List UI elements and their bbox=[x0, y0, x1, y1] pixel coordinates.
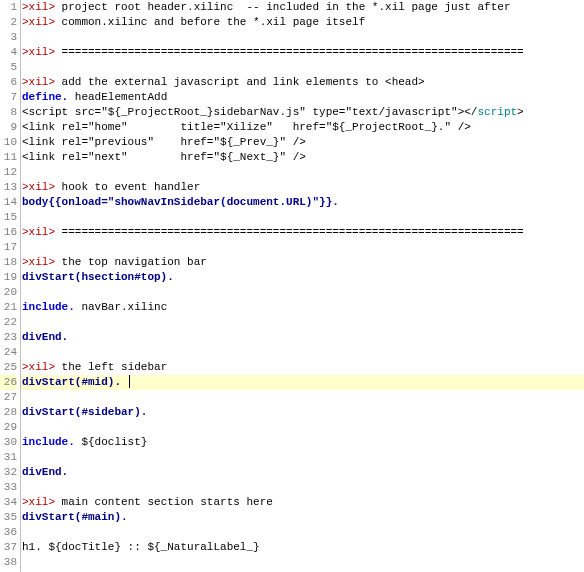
code-token: divStart(#main). bbox=[22, 511, 128, 523]
line-number: 4 bbox=[0, 45, 17, 60]
line-number: 26 bbox=[0, 375, 17, 390]
code-line[interactable] bbox=[21, 390, 584, 405]
code-line[interactable] bbox=[21, 240, 584, 255]
code-token: > bbox=[517, 106, 524, 118]
line-number-gutter: 1234567891011121314151617181920212223242… bbox=[0, 0, 21, 572]
code-line[interactable]: divStart(hsection#top). bbox=[21, 270, 584, 285]
code-line[interactable] bbox=[21, 450, 584, 465]
code-token: divStart(#mid). bbox=[22, 376, 121, 388]
code-token: include. bbox=[22, 436, 75, 448]
line-number: 10 bbox=[0, 135, 17, 150]
code-line[interactable]: >xil> add the external javascript and li… bbox=[21, 75, 584, 90]
code-line[interactable] bbox=[21, 555, 584, 570]
code-token bbox=[121, 376, 128, 388]
code-line[interactable] bbox=[21, 60, 584, 75]
line-number: 2 bbox=[0, 15, 17, 30]
line-number: 24 bbox=[0, 345, 17, 360]
code-line[interactable]: >xil> ==================================… bbox=[21, 225, 584, 240]
code-line[interactable]: body{{onload="showNavInSidebar(document.… bbox=[21, 195, 584, 210]
code-line[interactable]: include. ${doclist} bbox=[21, 435, 584, 450]
code-line[interactable] bbox=[21, 165, 584, 180]
line-number: 32 bbox=[0, 465, 17, 480]
code-token: <script src="${_ProjectRoot_}sidebarNav.… bbox=[22, 106, 477, 118]
line-number: 21 bbox=[0, 300, 17, 315]
line-number: 19 bbox=[0, 270, 17, 285]
code-line[interactable]: <link rel="home" title="Xilize" href="${… bbox=[21, 120, 584, 135]
code-token: >xil> bbox=[22, 76, 55, 88]
code-token: <link rel="previous" href="${_Prev_}" /> bbox=[22, 136, 306, 148]
code-line[interactable]: >xil> the left sidebar bbox=[21, 360, 584, 375]
code-line[interactable]: divStart(#mid). bbox=[21, 375, 584, 390]
line-number: 36 bbox=[0, 525, 17, 540]
code-line[interactable]: >xil> the top navigation bar bbox=[21, 255, 584, 270]
line-number: 37 bbox=[0, 540, 17, 555]
code-line[interactable]: divEnd. bbox=[21, 465, 584, 480]
line-number: 35 bbox=[0, 510, 17, 525]
code-line[interactable]: divStart(#main). bbox=[21, 510, 584, 525]
code-line[interactable]: >xil> ==================================… bbox=[21, 45, 584, 60]
line-number: 22 bbox=[0, 315, 17, 330]
code-token: >xil> bbox=[22, 1, 55, 13]
code-token: >xil> bbox=[22, 361, 55, 373]
code-line[interactable]: divStart(#sidebar). bbox=[21, 405, 584, 420]
code-line[interactable] bbox=[21, 285, 584, 300]
code-line[interactable]: divEnd. bbox=[21, 330, 584, 345]
code-token: h1. ${docTitle} :: ${_NaturalLabel_} bbox=[22, 541, 260, 553]
code-line[interactable]: define. headElementAdd bbox=[21, 90, 584, 105]
line-number: 9 bbox=[0, 120, 17, 135]
line-number: 31 bbox=[0, 450, 17, 465]
code-line[interactable]: h1. ${docTitle} :: ${_NaturalLabel_} bbox=[21, 540, 584, 555]
line-number: 34 bbox=[0, 495, 17, 510]
code-token: ========================================… bbox=[55, 226, 524, 238]
code-token: common.xilinc and before the *.xil page … bbox=[55, 16, 365, 28]
code-token: the left sidebar bbox=[55, 361, 167, 373]
code-line[interactable]: >xil> common.xilinc and before the *.xil… bbox=[21, 15, 584, 30]
code-line[interactable]: <script src="${_ProjectRoot_}sidebarNav.… bbox=[21, 105, 584, 120]
code-token: headElementAdd bbox=[68, 91, 167, 103]
line-number: 38 bbox=[0, 555, 17, 570]
code-line[interactable]: <link rel="previous" href="${_Prev_}" /> bbox=[21, 135, 584, 150]
code-token: divEnd. bbox=[22, 331, 68, 343]
line-number: 29 bbox=[0, 420, 17, 435]
code-token: add the external javascript and link ele… bbox=[55, 76, 425, 88]
code-area[interactable]: >xil> project root header.xilinc -- incl… bbox=[21, 0, 584, 572]
code-line[interactable] bbox=[21, 420, 584, 435]
code-line[interactable] bbox=[21, 315, 584, 330]
code-line[interactable]: >xil> main content section starts here bbox=[21, 495, 584, 510]
line-number: 15 bbox=[0, 210, 17, 225]
code-token: script bbox=[477, 106, 517, 118]
code-token: divStart(#sidebar). bbox=[22, 406, 147, 418]
code-line[interactable]: include. navBar.xilinc bbox=[21, 300, 584, 315]
code-token: ${doclist} bbox=[75, 436, 148, 448]
code-editor[interactable]: 1234567891011121314151617181920212223242… bbox=[0, 0, 584, 572]
code-line[interactable] bbox=[21, 210, 584, 225]
code-token: divEnd. bbox=[22, 466, 68, 478]
line-number: 17 bbox=[0, 240, 17, 255]
line-number: 28 bbox=[0, 405, 17, 420]
code-token: include. bbox=[22, 301, 75, 313]
text-caret bbox=[129, 375, 130, 388]
line-number: 25 bbox=[0, 360, 17, 375]
line-number: 13 bbox=[0, 180, 17, 195]
code-token: >xil> bbox=[22, 181, 55, 193]
code-line[interactable] bbox=[21, 480, 584, 495]
code-token: >xil> bbox=[22, 16, 55, 28]
code-line[interactable] bbox=[21, 525, 584, 540]
code-line[interactable]: >xil> project root header.xilinc -- incl… bbox=[21, 0, 584, 15]
line-number: 16 bbox=[0, 225, 17, 240]
line-number: 6 bbox=[0, 75, 17, 90]
code-line[interactable]: >xil> hook to event handler bbox=[21, 180, 584, 195]
code-token: main content section starts here bbox=[55, 496, 273, 508]
code-token: >xil> bbox=[22, 256, 55, 268]
code-token: divStart(hsection#top). bbox=[22, 271, 174, 283]
line-number: 18 bbox=[0, 255, 17, 270]
code-line[interactable]: <link rel="next" href="${_Next_}" /> bbox=[21, 150, 584, 165]
line-number: 30 bbox=[0, 435, 17, 450]
code-token: define. bbox=[22, 91, 68, 103]
code-token: >xil> bbox=[22, 496, 55, 508]
line-number: 27 bbox=[0, 390, 17, 405]
code-token: ========================================… bbox=[55, 46, 524, 58]
line-number: 1 bbox=[0, 0, 17, 15]
code-line[interactable] bbox=[21, 345, 584, 360]
code-line[interactable] bbox=[21, 30, 584, 45]
